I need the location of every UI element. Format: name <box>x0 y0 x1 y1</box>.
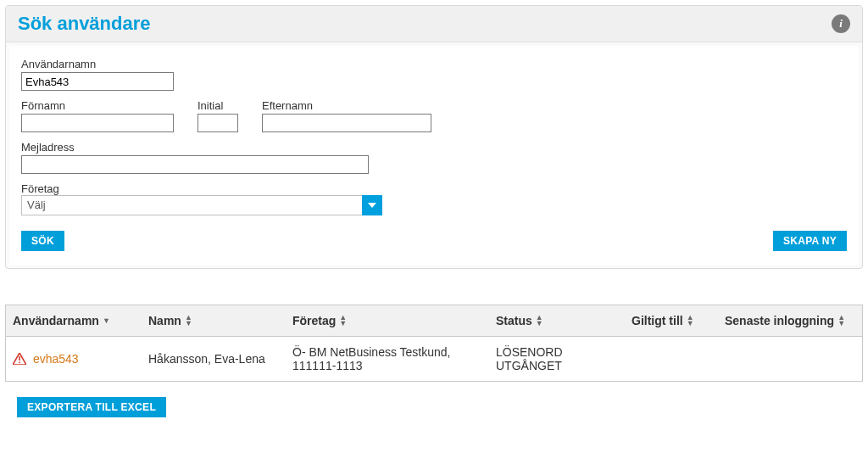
create-new-button[interactable]: SKAPA NY <box>773 231 847 251</box>
col-header-company[interactable]: Företag▲▼ <box>286 305 489 336</box>
chevron-down-icon[interactable] <box>362 195 382 215</box>
results-table: Användarnamn▼ Namn▲▼ Företag▲▼ Status▲▼ … <box>5 305 863 382</box>
sort-icon: ▲▼ <box>339 315 347 327</box>
company-label: Företag <box>21 182 847 195</box>
table-row: evha543 Håkansson, Eva-Lena Ö- BM NetBus… <box>6 337 862 381</box>
sort-icon: ▲▼ <box>837 315 845 327</box>
export-excel-button[interactable]: EXPORTERA TILL EXCEL <box>17 397 166 417</box>
sort-icon: ▲▼ <box>536 315 543 327</box>
firstname-label: Förnamn <box>21 99 174 112</box>
col-header-last-login[interactable]: Senaste inloggning▲▼ <box>718 305 862 336</box>
email-input[interactable] <box>21 155 369 174</box>
company-field-group: Företag Välj <box>21 182 847 215</box>
firstname-input[interactable] <box>21 114 174 132</box>
initial-input[interactable] <box>198 114 238 132</box>
email-label: Mejladress <box>21 141 369 154</box>
sort-icon: ▲▼ <box>687 315 694 327</box>
initial-field-group: Initial <box>198 99 238 132</box>
username-input[interactable] <box>21 72 174 91</box>
lastname-field-group: Efternamn <box>262 99 431 132</box>
initial-label: Initial <box>198 99 238 112</box>
panel-body: Användarnamn Förnamn Initial Efternamn M… <box>9 46 859 265</box>
col-header-username[interactable]: Användarnamn▼ <box>6 305 142 336</box>
sort-icon: ▲▼ <box>185 315 192 327</box>
username-label: Användarnamn <box>21 58 174 70</box>
cell-last-login <box>718 350 862 367</box>
firstname-field-group: Förnamn <box>21 99 174 132</box>
username-field-group: Användarnamn <box>21 58 174 91</box>
email-field-group: Mejladress <box>21 141 369 174</box>
svg-rect-1 <box>19 362 20 364</box>
svg-rect-0 <box>19 356 20 361</box>
cell-name: Håkansson, Eva-Lena <box>142 344 286 374</box>
col-header-name[interactable]: Namn▲▼ <box>142 305 286 336</box>
panel-header: Sök användare i <box>6 6 862 42</box>
cell-valid-until <box>625 350 718 367</box>
lastname-input[interactable] <box>262 114 431 132</box>
form-button-row: SÖK SKAPA NY <box>21 231 847 251</box>
cell-company: Ö- BM NetBusiness Testkund, 111111-1113 <box>286 337 489 381</box>
cell-status: LÖSENORD UTGÅNGET <box>489 337 625 381</box>
results-header-row: Användarnamn▼ Namn▲▼ Företag▲▼ Status▲▼ … <box>6 305 862 337</box>
sort-icon: ▼ <box>103 318 110 324</box>
company-select[interactable]: Välj <box>21 195 382 215</box>
warning-icon <box>13 353 26 365</box>
export-row: EXPORTERA TILL EXCEL <box>5 397 863 417</box>
search-user-panel: Sök användare i Användarnamn Förnamn Ini… <box>5 5 863 269</box>
username-link[interactable]: evha543 <box>33 352 79 366</box>
info-icon[interactable]: i <box>832 14 850 33</box>
col-header-valid-until[interactable]: Giltigt till▲▼ <box>625 305 718 336</box>
col-header-status[interactable]: Status▲▼ <box>489 305 625 336</box>
company-select-value: Välj <box>21 195 362 215</box>
lastname-label: Efternamn <box>262 99 431 112</box>
search-button[interactable]: SÖK <box>21 231 64 251</box>
panel-title: Sök användare <box>18 13 151 35</box>
